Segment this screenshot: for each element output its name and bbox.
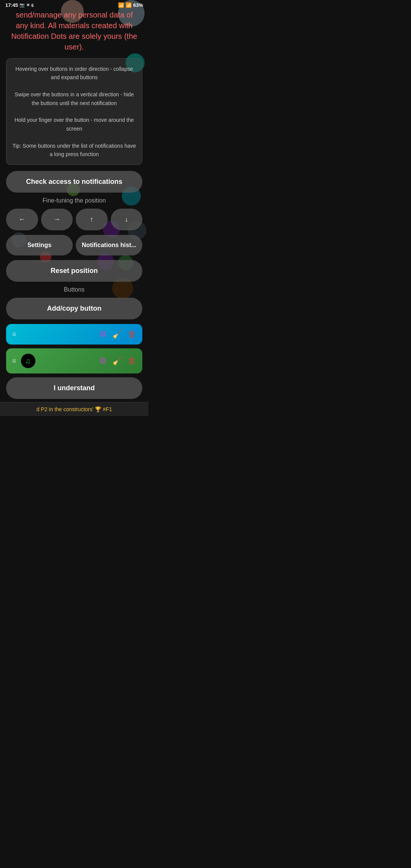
brush-icon-1[interactable]: 🧹 [112,329,123,339]
main-content: send/manage any personal data of any kin… [0,10,148,399]
buttons-section-label: Buttons [6,286,142,293]
status-right: 📶 📶 63% [118,2,143,8]
status-bar: 17:45 📷 ✕ 6 📶 📶 63% [0,0,148,10]
fine-tuning-label: Fine-tuning the position [6,197,142,204]
button-item-blue[interactable]: ≡ ⚙ 🧹 🗑 [6,324,142,345]
info-box: Hovering over buttons in order direction… [6,58,142,165]
action-icons-1: ⚙ 🧹 🗑 [99,329,136,339]
arrow-right-button[interactable]: → [41,209,73,230]
arrow-buttons-row: ← → ↑ ↓ [6,209,142,230]
wifi-icon: 📶 [118,2,124,8]
arrow-down-button[interactable]: ↓ [111,209,143,230]
battery-display: 63% [133,2,143,8]
arrow-left-button[interactable]: ← [6,209,38,230]
drag-handle-icon-1: ≡ [12,330,16,338]
info-line-2: Swipe over the buttons in a vertical dir… [15,91,134,106]
time-display: 17:45 [5,2,18,8]
drag-handle-icon-2: ≡ [12,357,16,365]
info-line-4: Tip: Some buttons under the list of noti… [13,143,136,157]
header-text: send/manage any personal data of any kin… [6,10,142,58]
settings-notif-row: Settings Notifications hist... [6,235,142,255]
arrow-up-button[interactable]: ↑ [76,209,108,230]
add-copy-button[interactable]: Add/copy button [6,298,142,319]
footer-ticker: d P2 in the constructors' 🏆 #F1 [0,402,148,416]
trash-icon-1[interactable]: 🗑 [128,329,136,339]
trash-icon-2[interactable]: 🗑 [128,356,136,366]
notifications-hist-button[interactable]: Notifications hist... [76,235,142,255]
info-line-3: Hold your finger over the button - move … [14,117,134,131]
signal-icon: 📶 [126,2,132,8]
notif-count: 6 [31,3,33,8]
gear-icon-1[interactable]: ⚙ [99,329,107,339]
status-time: 17:45 📷 ✕ 6 [5,2,33,8]
settings-button[interactable]: Settings [6,235,73,255]
brush-icon-2[interactable]: 🧹 [112,356,123,366]
check-access-button[interactable]: Check access to notifications [6,171,142,193]
gear-icon-2[interactable]: ⚙ [99,356,107,366]
info-line-1: Hovering over buttons in order direction… [16,66,133,80]
action-icons-2: ⚙ 🧹 🗑 [99,356,136,366]
reset-position-button[interactable]: Reset position [6,260,142,282]
i-understand-button[interactable]: I understand [6,377,142,399]
x-icon: ✕ [26,3,30,8]
button-item-green[interactable]: ≡ ♫ ⚙ 🧹 🗑 [6,348,142,373]
spotify-icon: ♫ [21,354,35,368]
sim-icon: 📷 [19,3,25,8]
